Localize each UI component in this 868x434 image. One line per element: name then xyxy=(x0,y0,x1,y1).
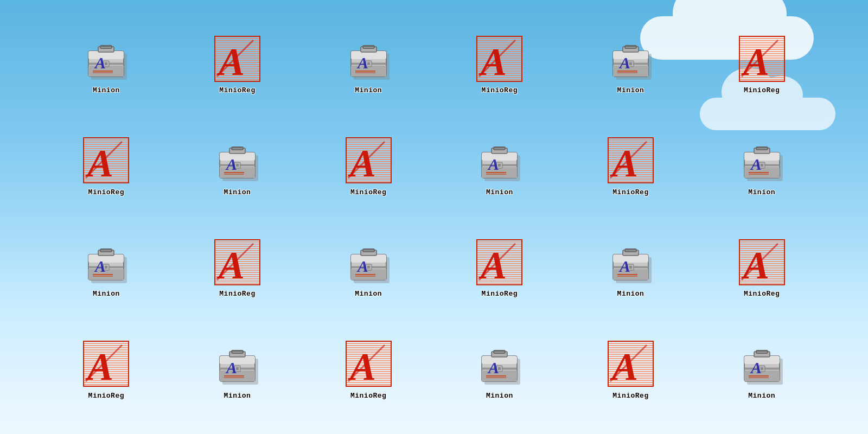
briefcase-icon: A xyxy=(82,238,131,286)
fonta-icon: A xyxy=(344,136,393,185)
fonta-icon: A xyxy=(213,34,261,83)
svg-text:A: A xyxy=(741,40,769,82)
svg-text:A: A xyxy=(487,359,499,376)
icon-label: Minion xyxy=(748,392,775,400)
minion-icon-item[interactable]: A Minion xyxy=(305,16,431,113)
briefcase-icon: A xyxy=(606,238,655,286)
svg-text:A: A xyxy=(478,244,507,285)
minioreg-icon-item[interactable]: A MinioReg xyxy=(568,322,694,418)
svg-text:A: A xyxy=(610,142,638,183)
minion-icon-item[interactable]: A Minion xyxy=(43,220,169,316)
svg-text:A: A xyxy=(85,345,113,387)
svg-text:A: A xyxy=(356,54,368,72)
briefcase-icon: A xyxy=(606,34,655,83)
svg-text:A: A xyxy=(348,345,376,387)
fonta-icon: A xyxy=(475,238,524,286)
briefcase-icon: A xyxy=(82,34,131,83)
fonta-icon: A xyxy=(82,136,131,185)
svg-text:A: A xyxy=(487,155,499,173)
briefcase-icon: A xyxy=(344,34,393,83)
fonta-icon: A xyxy=(475,34,524,83)
icon-label: MinioReg xyxy=(219,290,255,298)
svg-text:A: A xyxy=(610,345,638,387)
icon-label: Minion xyxy=(93,86,120,94)
minion-icon-item[interactable]: A Minion xyxy=(568,16,694,113)
icon-label: MinioReg xyxy=(744,86,780,94)
briefcase-icon: A xyxy=(213,340,261,388)
desktop-grid: A Minion A MinioReg A Mini xyxy=(0,0,868,434)
minioreg-icon-item[interactable]: A MinioReg xyxy=(43,118,169,215)
briefcase-icon: A xyxy=(737,340,786,388)
svg-text:A: A xyxy=(348,142,376,183)
minioreg-icon-item[interactable]: A MinioReg xyxy=(437,16,563,113)
svg-text:A: A xyxy=(750,155,762,173)
svg-text:A: A xyxy=(750,359,762,376)
minioreg-icon-item[interactable]: A MinioReg xyxy=(43,322,169,418)
minioreg-icon-item[interactable]: A MinioReg xyxy=(437,220,563,316)
icon-label: Minion xyxy=(486,392,513,400)
minion-icon-item[interactable]: A Minion xyxy=(699,322,825,418)
fonta-icon: A xyxy=(606,340,655,388)
briefcase-icon: A xyxy=(213,136,261,185)
minioreg-icon-item[interactable]: A MinioReg xyxy=(175,16,301,113)
fonta-icon: A xyxy=(737,238,786,286)
icon-label: Minion xyxy=(748,188,775,196)
icon-label: MinioReg xyxy=(612,188,648,196)
icon-label: MinioReg xyxy=(88,188,124,196)
icon-label: Minion xyxy=(224,188,251,196)
svg-text:A: A xyxy=(94,257,106,275)
svg-text:A: A xyxy=(478,40,507,82)
briefcase-icon: A xyxy=(737,136,786,185)
svg-text:A: A xyxy=(225,155,237,173)
minioreg-icon-item[interactable]: A MinioReg xyxy=(305,118,431,215)
icon-label: MinioReg xyxy=(482,86,518,94)
fonta-icon: A xyxy=(737,34,786,83)
svg-text:A: A xyxy=(85,142,113,183)
fonta-icon: A xyxy=(344,340,393,388)
icon-label: MinioReg xyxy=(88,392,124,400)
svg-text:A: A xyxy=(225,359,237,376)
icon-label: Minion xyxy=(617,290,644,298)
minion-icon-item[interactable]: A Minion xyxy=(437,118,563,215)
fonta-icon: A xyxy=(213,238,261,286)
minioreg-icon-item[interactable]: A MinioReg xyxy=(175,220,301,316)
svg-text:A: A xyxy=(216,244,245,285)
icon-label: Minion xyxy=(617,86,644,94)
briefcase-icon: A xyxy=(475,136,524,185)
svg-text:A: A xyxy=(618,54,630,72)
icon-label: Minion xyxy=(93,290,120,298)
icon-label: Minion xyxy=(355,86,382,94)
icon-label: Minion xyxy=(224,392,251,400)
briefcase-icon: A xyxy=(475,340,524,388)
icon-label: MinioReg xyxy=(482,290,518,298)
minion-icon-item[interactable]: A Minion xyxy=(43,16,169,113)
minioreg-icon-item[interactable]: A MinioReg xyxy=(699,220,825,316)
icon-label: MinioReg xyxy=(744,290,780,298)
minioreg-icon-item[interactable]: A MinioReg xyxy=(568,118,694,215)
fonta-icon: A xyxy=(82,340,131,388)
minion-icon-item[interactable]: A Minion xyxy=(175,322,301,418)
minion-icon-item[interactable]: A Minion xyxy=(437,322,563,418)
svg-text:A: A xyxy=(94,54,106,72)
icon-label: MinioReg xyxy=(350,392,386,400)
minion-icon-item[interactable]: A Minion xyxy=(305,220,431,316)
svg-text:A: A xyxy=(618,257,630,275)
icon-label: MinioReg xyxy=(219,86,255,94)
minion-icon-item[interactable]: A Minion xyxy=(175,118,301,215)
svg-text:A: A xyxy=(356,257,368,275)
minion-icon-item[interactable]: A Minion xyxy=(568,220,694,316)
icon-label: MinioReg xyxy=(350,188,386,196)
svg-text:A: A xyxy=(216,40,245,82)
briefcase-icon: A xyxy=(344,238,393,286)
fonta-icon: A xyxy=(606,136,655,185)
icon-label: Minion xyxy=(355,290,382,298)
minion-icon-item[interactable]: A Minion xyxy=(699,118,825,215)
minioreg-icon-item[interactable]: A MinioReg xyxy=(305,322,431,418)
icon-label: MinioReg xyxy=(612,392,648,400)
icon-label: Minion xyxy=(486,188,513,196)
minioreg-icon-item[interactable]: A MinioReg xyxy=(699,16,825,113)
svg-text:A: A xyxy=(741,244,769,285)
